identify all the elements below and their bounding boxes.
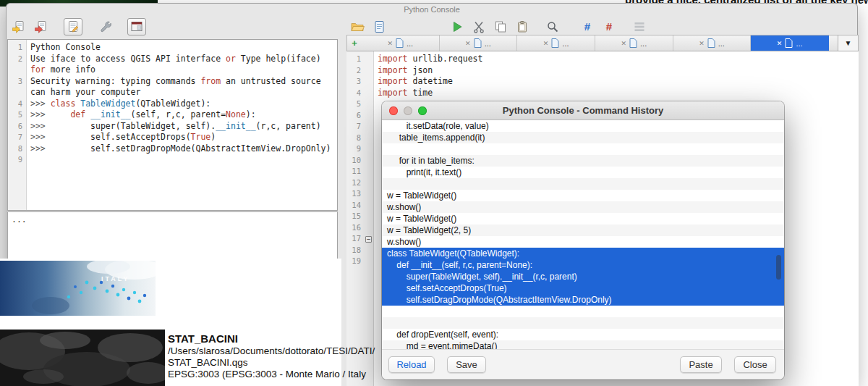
screen: provide a nice, centralized list of all … (0, 0, 868, 386)
history-row[interactable]: table_items.append(it) (382, 132, 784, 143)
history-row[interactable]: w.show() (382, 201, 784, 213)
history-row[interactable]: print(it, it.text() (382, 167, 784, 178)
code-text[interactable]: Security warning: typing commands from a… (27, 76, 337, 98)
editor-tabbar: + ✕ ... ✕ ... ✕ ... ✕ ... ✕ (346, 35, 859, 51)
recent-project-thumbnail-map[interactable]: ITALY (0, 261, 156, 316)
copy-button[interactable] (491, 18, 510, 35)
document-icon (551, 38, 559, 48)
dialog-titlebar[interactable]: Python Console - Command History (382, 101, 784, 120)
history-list[interactable]: it.setData(role, value) table_items.appe… (382, 120, 784, 349)
float-panel-button[interactable] (127, 18, 146, 35)
recent-project-thumbnail-satellite[interactable] (0, 330, 165, 386)
reload-button[interactable]: Reload (388, 356, 435, 373)
code-text[interactable]: >>> self.setAcceptDrops(True) (27, 132, 337, 143)
history-row[interactable]: def __init__(self, r,c, parent=None): (382, 259, 784, 271)
line-number: 8 (8, 143, 27, 155)
editor-tab-4[interactable]: ✕ ... (595, 35, 673, 51)
scrollbar-thumb[interactable] (776, 255, 781, 280)
history-row[interactable] (382, 306, 784, 317)
project-crs: EPSG:3003 (EPSG:3003 - Monte Mario / Ita… (168, 369, 375, 380)
open-script-button[interactable] (348, 18, 367, 35)
code-text[interactable]: >>> super(TableWidget, self).__init__(r,… (27, 121, 337, 133)
code-text[interactable]: >>> def __init__(self, r,c, parent=None)… (27, 109, 337, 121)
line-number: 18 (346, 245, 365, 256)
code-text[interactable]: import time (374, 88, 859, 99)
close-tab-icon[interactable]: ✕ (777, 40, 783, 47)
run-play-icon (450, 20, 464, 34)
line-number: 9 (8, 154, 27, 166)
run-script-button[interactable] (448, 18, 467, 35)
minimize-window-button[interactable] (404, 106, 412, 115)
history-row[interactable] (382, 317, 784, 329)
close-tab-icon[interactable]: ✕ (621, 40, 626, 47)
new-tab-icon[interactable]: + (347, 35, 362, 51)
object-inspector-icon (632, 20, 647, 34)
zoom-window-button[interactable] (418, 106, 427, 115)
console-output-area[interactable]: 1Python Console2Use iface to access QGIS… (7, 39, 338, 211)
document-icon (707, 38, 715, 48)
close-tab-icon[interactable]: ✕ (543, 40, 549, 47)
find-button[interactable] (543, 18, 562, 35)
history-row[interactable] (382, 178, 784, 190)
fold-marker-icon[interactable]: − (365, 236, 372, 243)
code-text[interactable]: import urllib.request (374, 54, 859, 65)
document-icon (474, 38, 482, 48)
tab-label: ... (485, 39, 491, 48)
code-text[interactable]: Python Console (27, 42, 337, 54)
editor-tab-5[interactable]: ✕ ... (673, 35, 752, 51)
history-row[interactable]: w = TableWidget(2, 5) (382, 225, 784, 236)
history-row[interactable]: md = event.mimeData() (382, 340, 784, 349)
history-row[interactable]: it.setData(role, value) (382, 120, 784, 132)
history-row[interactable]: self.setAcceptDrops(True) (382, 282, 784, 294)
paste-button[interactable] (513, 18, 532, 35)
code-text[interactable]: import datetime (374, 76, 859, 88)
close-tab-icon[interactable]: ✕ (387, 40, 393, 47)
history-row[interactable]: w.show() (382, 236, 784, 248)
close-tab-icon[interactable]: ✕ (699, 40, 705, 47)
history-row[interactable]: for it in table_items: (382, 155, 784, 167)
tabbar-spacer (829, 35, 838, 51)
clear-console-button[interactable] (9, 18, 28, 35)
history-row[interactable] (382, 143, 784, 155)
editor-tab-2[interactable]: ✕ ... (440, 35, 518, 51)
panel-window-icon (129, 20, 144, 34)
line-number: 2 (8, 54, 27, 65)
code-text[interactable]: import json (374, 65, 859, 77)
code-text[interactable]: >>> self.setDragDropMode(QAbstractItemVi… (27, 143, 337, 155)
close-button[interactable]: Close (734, 356, 776, 373)
history-row[interactable]: super(TableWidget, self).__init__(r,c, p… (382, 271, 784, 282)
open-folder-icon (350, 20, 365, 34)
show-editor-button[interactable] (64, 18, 82, 35)
code-line: 3Security warning: typing commands from … (8, 76, 337, 98)
close-tab-icon[interactable]: ✕ (465, 40, 471, 47)
save-script-button[interactable] (370, 18, 388, 35)
editor-tab-3[interactable]: ✕ ... (517, 35, 595, 51)
editor-tab-6-selected[interactable]: ✕ ... (751, 35, 829, 51)
save-button[interactable]: Save (447, 356, 486, 373)
qgis-welcome-screen: ITALY STAT_BACINI /Users/slarosa/Documen… (0, 259, 341, 386)
window-title: Python Console (404, 5, 460, 14)
code-text[interactable]: Use iface to access QGIS API interface o… (27, 54, 337, 76)
history-row[interactable]: w = TableWidget() (382, 213, 784, 225)
paste-button[interactable]: Paste (680, 356, 722, 373)
history-row[interactable]: def dropEvent(self, event): (382, 329, 784, 340)
cut-button[interactable] (469, 18, 488, 35)
code-text[interactable]: >>> class TableWidget(QTableWidget): (27, 98, 337, 110)
comment-button[interactable]: # (578, 18, 597, 35)
editor-tab-1[interactable]: ✕ ... (362, 35, 440, 51)
tab-list-dropdown-button[interactable]: ▼ (838, 35, 858, 51)
history-row[interactable]: self.setDragDropMode(QAbstractItemView.D… (382, 294, 784, 306)
import-class-button[interactable] (32, 18, 51, 35)
object-inspector-button[interactable] (630, 18, 649, 35)
close-window-button[interactable] (389, 106, 398, 115)
console-input-area[interactable]: ... (7, 211, 338, 260)
import-class-icon (34, 20, 48, 34)
recent-project-info[interactable]: STAT_BACINI /Users/slarosa/Documents/dot… (168, 332, 375, 380)
copy-icon (493, 20, 508, 34)
history-row[interactable]: class TableWidget(QTableWidget): (382, 248, 784, 259)
save-document-icon (372, 20, 386, 34)
uncomment-button[interactable]: # (600, 18, 618, 35)
history-row[interactable]: w = TableWidget() (382, 190, 784, 201)
window-titlebar[interactable]: Python Console (7, 4, 857, 14)
options-button[interactable] (97, 18, 116, 35)
